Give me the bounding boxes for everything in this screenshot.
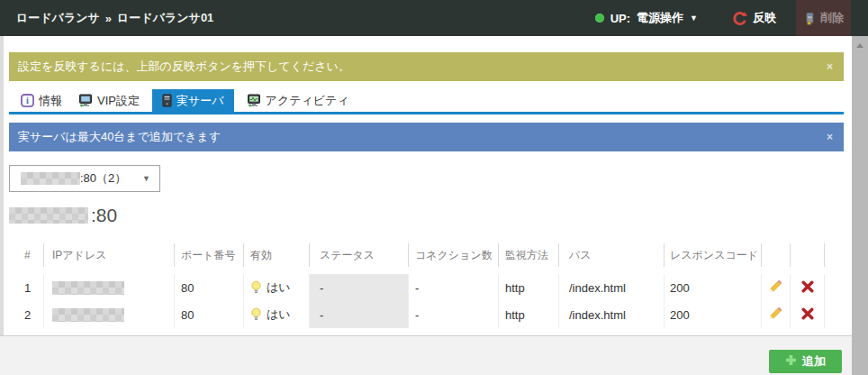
delete-row-button[interactable] [801,307,814,323]
row-delete-cell [790,301,824,328]
tab-activity[interactable]: アクティビティ [239,89,357,112]
apply-notice-banner: 設定を反映するには、上部の反映ボタンを押下してください。 × [9,52,844,81]
redacted-ip-block [21,172,80,185]
delete-loadbalancer-button[interactable]: 削除 [796,0,851,36]
tab-info-label: 情報 [39,93,62,109]
delete-row-button[interactable] [801,280,814,296]
col-monitor-method: 監視方法 [498,243,558,267]
row-enabled: はい [243,274,309,301]
power-menu-label: 電源操作 [637,10,683,26]
apply-button[interactable]: 反映 [732,10,776,26]
row-index: 2 [9,301,43,328]
col-response-code: レスポンスコード [664,243,761,267]
row-ip-address [43,301,174,328]
pencil-icon [768,306,783,324]
col-edit [761,243,790,267]
vip-selector-dropdown[interactable]: :80（2） ▼ [9,165,160,192]
pencil-icon [768,279,783,297]
row-enabled: はい [243,301,309,328]
col-status: ステータス [309,243,408,267]
left-border-strip [0,36,4,335]
power-status-label: UP: [610,12,630,25]
row-port: 80 [174,274,243,301]
tab-vip-settings-label: VIP設定 [97,93,140,109]
col-enabled: 有効 [243,243,309,267]
chevron-down-icon: ▼ [690,14,698,23]
breadcrumb: ロードバランサ » ロードバランサ01 [16,10,213,26]
server-limit-banner: 実サーバは最大40台まで追加できます × [9,123,844,151]
row-edit-cell [761,274,790,301]
power-menu[interactable]: UP: 電源操作 ▼ [595,10,698,26]
topbar: ロードバランサ » ロードバランサ01 UP: 電源操作 ▼ 反映 [0,0,868,36]
vip-heading-suffix: :80 [91,205,117,226]
activity-monitor-icon [247,94,261,107]
edit-button[interactable] [768,306,783,324]
close-icon[interactable]: × [827,131,833,143]
row-monitor-method: http [498,301,558,328]
row-ip-address [43,274,174,301]
lightbulb-on-icon [250,280,262,295]
tab-activity-label: アクティビティ [266,93,349,109]
server-limit-text: 実サーバは最大40台まで追加できます [18,129,221,145]
col-ip-address: IPアドレス [43,243,174,267]
table-row: 2 80 はい - - http /index.html 200 [9,301,844,328]
add-label: 追加 [802,353,826,370]
col-index: # [9,243,43,267]
scroll-up-icon[interactable] [856,43,863,48]
table-header-row: # IPアドレス ポート番号 有効 ステータス コネクション数 監視方法 パス … [9,243,844,267]
tab-real-servers-label: 実サーバ [176,93,224,109]
redacted-ip-block [52,281,124,295]
redacted-ip-block [9,207,88,224]
tab-info[interactable]: i 情報 [13,89,70,112]
row-port: 80 [174,301,243,328]
table-row: 1 80 はい - - http /index.html 200 [9,274,844,301]
vip-selector-value: :80（2） [80,170,126,187]
info-icon: i [21,94,34,107]
apply-notice-text: 設定を反映するには、上部の反映ボタンを押下してください。 [18,59,350,75]
delete-label: 削除 [820,10,844,26]
tab-real-servers[interactable]: 実サーバ [152,89,234,112]
close-icon[interactable]: × [827,60,833,73]
redacted-ip-block [52,308,124,322]
edit-button[interactable] [768,279,783,297]
col-spacer [824,243,844,267]
delete-server-warning-icon [803,12,816,25]
breadcrumb-separator: » [105,12,112,25]
chevron-down-icon: ▼ [142,174,150,183]
delete-x-icon [801,307,814,323]
add-server-button[interactable]: 追加 [769,350,842,373]
row-response-code: 200 [664,274,761,301]
plus-icon [785,354,797,369]
tab-vip-settings[interactable]: VIP設定 [70,89,148,112]
vertical-scrollbar[interactable] [852,36,868,375]
lightbulb-on-icon [250,307,262,322]
row-connections: - [408,301,498,328]
row-status: - [309,274,408,301]
row-spacer [824,301,844,328]
row-path: /index.html [558,301,664,328]
row-edit-cell [761,301,790,328]
active-tab-underline [9,112,844,114]
apply-label: 反映 [753,10,776,26]
server-icon [162,94,172,107]
row-spacer [824,274,844,301]
row-connections: - [408,274,498,301]
row-enabled-label: はい [267,306,291,323]
reload-icon [732,11,747,26]
row-response-code: 200 [664,301,761,328]
topbar-actions: UP: 電源操作 ▼ 反映 [595,0,868,36]
breadcrumb-current: ロードバランサ01 [117,10,213,26]
col-connections: コネクション数 [408,243,498,267]
delete-x-icon [801,280,814,296]
real-server-table: 1 80 はい - - http /index.html 200 [9,274,844,328]
status-up-icon [595,14,604,23]
breadcrumb-parent[interactable]: ロードバランサ [16,10,100,26]
row-path: /index.html [558,274,664,301]
vip-section-heading: :80 [9,204,117,227]
load-balancer-page: ロードバランサ » ロードバランサ01 UP: 電源操作 ▼ 反映 [0,0,868,375]
svg-text:i: i [26,96,29,105]
col-delete [790,243,824,267]
col-port: ポート番号 [174,243,243,267]
tab-bar: i 情報 VIP設定 [9,89,844,112]
row-enabled-label: はい [267,279,291,296]
